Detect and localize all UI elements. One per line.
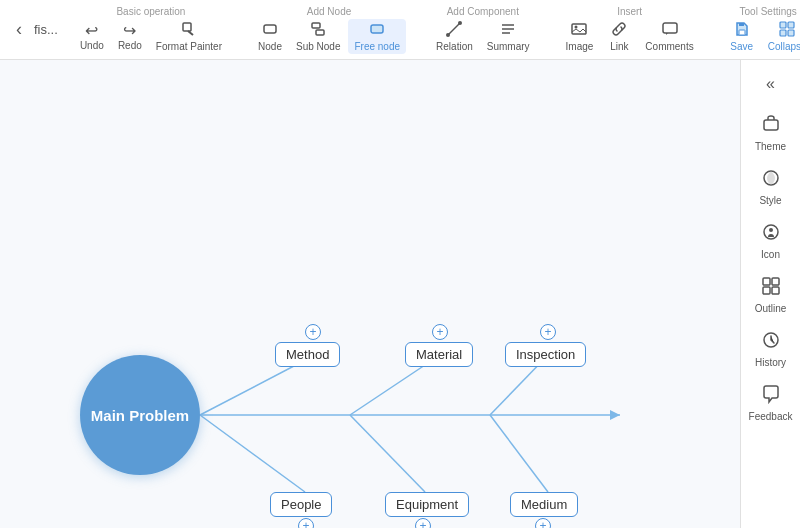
toolbar: ‹ fis... Basic operation ↩ Undo ↪ Redo F… [0, 0, 800, 60]
people-plus[interactable]: + [298, 518, 314, 528]
back-icon: ‹ [16, 19, 22, 40]
outline-label: Outline [755, 303, 787, 314]
equipment-plus[interactable]: + [415, 518, 431, 528]
equipment-node[interactable]: Equipment [385, 492, 469, 517]
relation-label: Relation [436, 41, 473, 52]
style-icon [761, 168, 781, 193]
back-button[interactable]: ‹ [8, 15, 30, 44]
sidebar-item-icon[interactable]: Icon [747, 216, 795, 266]
save-button[interactable]: Save [724, 19, 760, 54]
collapse-button[interactable]: Collapse [762, 19, 800, 54]
medium-label: Medium [521, 497, 567, 512]
material-label: Material [416, 347, 462, 362]
link-button[interactable]: Link [601, 19, 637, 54]
svg-rect-15 [739, 23, 744, 26]
medium-plus[interactable]: + [535, 518, 551, 528]
tool-settings-group: Tool Settings Save Collapse [724, 6, 800, 54]
node-button[interactable]: Node [252, 19, 288, 54]
relation-button[interactable]: Relation [430, 19, 479, 54]
inspection-node[interactable]: Inspection [505, 342, 586, 367]
comments-button[interactable]: Comments [639, 19, 699, 54]
comments-icon [662, 21, 678, 41]
feedback-label: Feedback [749, 411, 793, 422]
redo-label: Redo [118, 40, 142, 51]
svg-line-33 [350, 415, 425, 492]
free-node-button[interactable]: Free node [348, 19, 406, 54]
svg-line-32 [200, 415, 305, 492]
inspection-label: Inspection [516, 347, 575, 362]
link-icon [611, 21, 627, 41]
theme-label: Theme [755, 141, 786, 152]
sidebar-item-feedback[interactable]: Feedback [747, 378, 795, 428]
undo-button[interactable]: ↩ Undo [74, 19, 110, 54]
sidebar-item-theme[interactable]: Theme [747, 108, 795, 158]
equipment-label: Equipment [396, 497, 458, 512]
svg-rect-39 [763, 278, 770, 285]
icon-icon [761, 222, 781, 247]
collapse-left-icon: « [766, 75, 775, 93]
svg-rect-42 [772, 287, 779, 294]
svg-line-34 [490, 415, 548, 492]
sidebar-collapse-button[interactable]: « [755, 68, 787, 100]
sidebar-item-outline[interactable]: Outline [747, 270, 795, 320]
undo-label: Undo [80, 40, 104, 51]
sidebar-item-history[interactable]: History [747, 324, 795, 374]
svg-rect-13 [663, 23, 677, 33]
svg-rect-16 [780, 22, 786, 28]
sub-node-button[interactable]: Sub Node [290, 19, 346, 54]
icon-label: Icon [761, 249, 780, 260]
summary-label: Summary [487, 41, 530, 52]
sub-node-icon [310, 21, 326, 41]
add-component-label: Add Component [447, 6, 519, 17]
free-node-icon [369, 21, 385, 41]
main-problem-node[interactable]: Main Problem [80, 355, 200, 475]
image-button[interactable]: Image [560, 19, 600, 54]
sub-node-label: Sub Node [296, 41, 340, 52]
sidebar-item-style[interactable]: Style [747, 162, 795, 212]
collapse-label: Collapse [768, 41, 800, 52]
svg-rect-5 [371, 25, 383, 33]
insert-label: Insert [617, 6, 642, 17]
medium-node[interactable]: Medium [510, 492, 578, 517]
history-label: History [755, 357, 786, 368]
tool-settings-label: Tool Settings [740, 6, 797, 17]
node-label: Node [258, 41, 282, 52]
add-component-group: Add Component Relation Summary [430, 6, 536, 54]
material-plus[interactable]: + [432, 324, 448, 340]
summary-button[interactable]: Summary [481, 19, 536, 54]
style-label: Style [759, 195, 781, 206]
format-painter-icon [181, 21, 197, 41]
add-node-group: Add Node Node Sub Node Free node [252, 6, 406, 54]
svg-point-6 [446, 33, 450, 37]
feedback-icon [761, 384, 781, 409]
basic-operation-label: Basic operation [116, 6, 185, 17]
svg-rect-17 [788, 22, 794, 28]
svg-rect-2 [264, 25, 276, 33]
node-icon [262, 21, 278, 41]
svg-point-7 [458, 21, 462, 25]
inspection-plus[interactable]: + [540, 324, 556, 340]
svg-rect-35 [764, 120, 778, 130]
svg-point-12 [575, 25, 578, 28]
free-node-label: Free node [354, 41, 400, 52]
canvas[interactable]: Main Problem Method + Material + Inspect… [0, 60, 740, 528]
main-area: Main Problem Method + Material + Inspect… [0, 60, 800, 528]
svg-point-38 [769, 228, 773, 232]
svg-rect-11 [572, 24, 586, 34]
method-plus[interactable]: + [305, 324, 321, 340]
basic-operation-group: Basic operation ↩ Undo ↪ Redo Format Pai… [74, 6, 228, 54]
svg-rect-41 [763, 287, 770, 294]
relation-icon [446, 21, 462, 41]
document-title: fis... [34, 22, 58, 37]
redo-button[interactable]: ↪ Redo [112, 19, 148, 54]
people-node[interactable]: People [270, 492, 332, 517]
svg-rect-4 [316, 30, 324, 35]
method-node[interactable]: Method [275, 342, 340, 367]
right-sidebar: « Theme Style Icon Outline [740, 60, 800, 528]
material-node[interactable]: Material [405, 342, 473, 367]
undo-icon: ↩ [85, 21, 98, 40]
link-label: Link [610, 41, 628, 52]
format-painter-button[interactable]: Format Painter [150, 19, 228, 54]
save-label: Save [730, 41, 753, 52]
collapse-icon [779, 21, 795, 41]
